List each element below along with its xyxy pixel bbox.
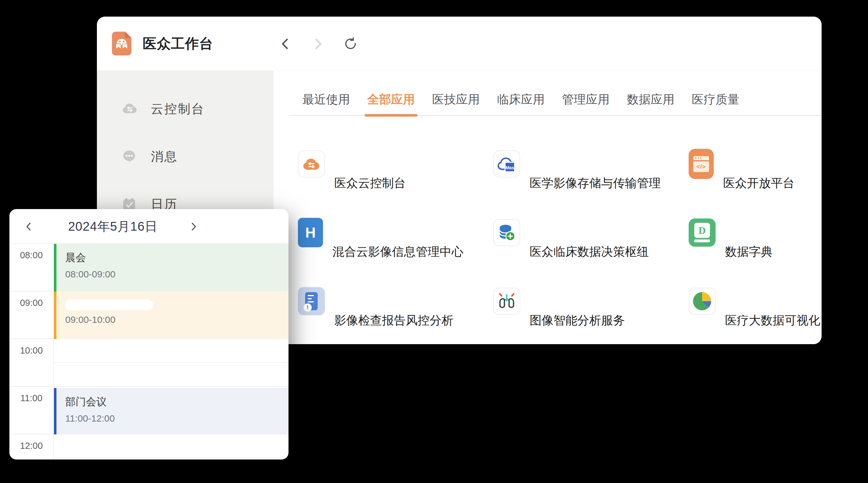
refresh-button[interactable]: [343, 37, 358, 51]
sidebar-item-cloud-console[interactable]: 云控制台: [97, 85, 273, 133]
app-label: 医疗大数据可视化: [725, 313, 820, 328]
window-bar: [693, 156, 709, 160]
calendar-row-1100: 11:00 部门会议 11:00-12:00: [9, 387, 288, 434]
tab-data[interactable]: 数据应用: [627, 88, 675, 115]
pie-shape: [693, 292, 711, 310]
app-label: 医学影像存储与传输管理: [530, 175, 661, 191]
orange-cloud-sliders-icon: [298, 151, 325, 178]
app-item-open-platform[interactable]: </> 医众开放平台: [689, 149, 822, 218]
book-pages: [694, 239, 710, 242]
h-tile-icon: H: [298, 218, 323, 247]
tab-recent[interactable]: 最近使用: [302, 88, 350, 115]
tab-clinical[interactable]: 临床应用: [497, 88, 545, 115]
book-cover: D: [694, 223, 710, 238]
code-window-icon: </>: [689, 149, 714, 179]
event-time: 08:00-09:00: [65, 269, 288, 280]
app-item-data-dictionary[interactable]: D 数据字典: [689, 218, 822, 286]
event-redacted[interactable]: 09:00-10:00: [54, 291, 288, 339]
sidebar-item-label: 消息: [151, 148, 178, 165]
calendar-cell[interactable]: [54, 434, 288, 459]
tab-management[interactable]: 管理应用: [562, 88, 610, 115]
cloud-settings-icon: [122, 102, 138, 116]
tab-medtech[interactable]: 医技应用: [432, 88, 480, 115]
app-label: 数据字典: [725, 244, 773, 260]
dictionary-book-icon: D: [689, 219, 716, 247]
calendar-header: 2024年5月16日: [9, 209, 288, 244]
calendar-row-1200: 12:00: [9, 434, 288, 459]
app-item-cloud-console[interactable]: 医众云控制台: [298, 149, 493, 218]
svg-text:Mas: Mas: [505, 165, 514, 170]
tab-quality[interactable]: 医疗质量: [692, 88, 739, 115]
time-label: 08:00: [9, 244, 54, 291]
calendar-row-0800: 08:00 晨会 08:00-09:00: [9, 244, 288, 291]
blue-cloud-mas-icon: Mas: [493, 151, 520, 178]
calendar-cell[interactable]: 09:00-10:00: [54, 291, 288, 339]
apps-grid: 医众云控制台 Mas 医学影像存储与传输管理: [298, 149, 822, 344]
time-label: 12:00: [9, 434, 54, 459]
window-title: 医众工作台: [143, 34, 213, 53]
window-nav: [278, 17, 358, 71]
window-body-pane: </>: [693, 161, 709, 172]
pie-chart-icon: [689, 288, 716, 315]
app-label: 医众开放平台: [723, 175, 795, 191]
app-item-clinical-data-hub[interactable]: 医众临床数据决策枢纽: [493, 218, 689, 286]
back-button[interactable]: [278, 37, 292, 51]
h-glyph: H: [305, 224, 315, 241]
event-department-meeting[interactable]: 部门会议 11:00-12:00: [54, 388, 288, 434]
app-item-image-storage[interactable]: Mas 医学影像存储与传输管理: [493, 149, 689, 218]
time-label: 10:00: [9, 339, 54, 387]
app-label: 医众云控制台: [334, 175, 406, 191]
forward-button[interactable]: [311, 37, 325, 51]
sidebar-item-messages[interactable]: 消息: [97, 133, 273, 180]
event-title-redacted-pill: [65, 300, 153, 310]
app-label: 医众临床数据决策枢纽: [530, 244, 649, 260]
code-glyph: </>: [696, 163, 706, 170]
window-header: 医众工作台: [97, 17, 822, 71]
calendar-row-1000: 10:00: [9, 339, 288, 387]
calendar-prev-button[interactable]: [22, 220, 36, 233]
time-label: 09:00: [9, 291, 54, 339]
calendar-date: 2024年5月16日: [45, 209, 180, 244]
app-item-image-ai-analysis[interactable]: 图像智能分析服务: [493, 286, 689, 344]
app-item-report-risk-analysis[interactable]: ! 影像检查报告风控分析: [298, 286, 493, 344]
app-item-hybrid-cloud-center[interactable]: H 混合云影像信息管理中心: [298, 218, 493, 286]
message-bubble-icon: [122, 149, 138, 164]
calendar-grid: 08:00 晨会 08:00-09:00 09:00 09:00-10:00 1…: [9, 244, 288, 459]
calendar-card: 2024年5月16日 08:00 晨会 08:00-09:00 09:00 09…: [9, 209, 288, 459]
d-glyph: D: [699, 225, 706, 236]
calendar-cell[interactable]: 晨会 08:00-09:00: [54, 244, 288, 291]
calendar-cell[interactable]: 部门会议 11:00-12:00: [54, 387, 288, 434]
app-item-big-data-visualization[interactable]: 医疗大数据可视化: [689, 286, 822, 344]
database-plus-icon: [493, 219, 520, 246]
sidebar-item-label: 云控制台: [151, 100, 205, 118]
app-label: 混合云影像信息管理中心: [332, 244, 463, 260]
warning-badge-icon: !: [304, 303, 312, 312]
event-title: 晨会: [65, 251, 288, 265]
app-logo-icon: [112, 32, 131, 56]
event-morning-meeting[interactable]: 晨会 08:00-09:00: [54, 244, 288, 291]
time-label: 11:00: [9, 387, 54, 434]
content-area: 最近使用 全部应用 医技应用 临床应用 管理应用 数据应用 医疗质量: [274, 71, 822, 344]
calendar-cell[interactable]: [54, 339, 288, 387]
event-time: 11:00-12:00: [65, 413, 288, 424]
lungs-icon: [493, 288, 520, 315]
tab-all-apps[interactable]: 全部应用: [367, 88, 415, 115]
event-time: 09:00-10:00: [65, 314, 288, 325]
report-warning-icon: !: [298, 287, 325, 315]
app-label: 影像检查报告风控分析: [334, 313, 454, 328]
event-title: 部门会议: [65, 395, 288, 409]
calendar-next-button[interactable]: [187, 220, 200, 233]
app-label: 图像智能分析服务: [530, 313, 625, 328]
calendar-row-0900: 09:00 09:00-10:00: [9, 291, 288, 339]
tabs-bar: 最近使用 全部应用 医技应用 临床应用 管理应用 数据应用 医疗质量: [289, 88, 822, 116]
